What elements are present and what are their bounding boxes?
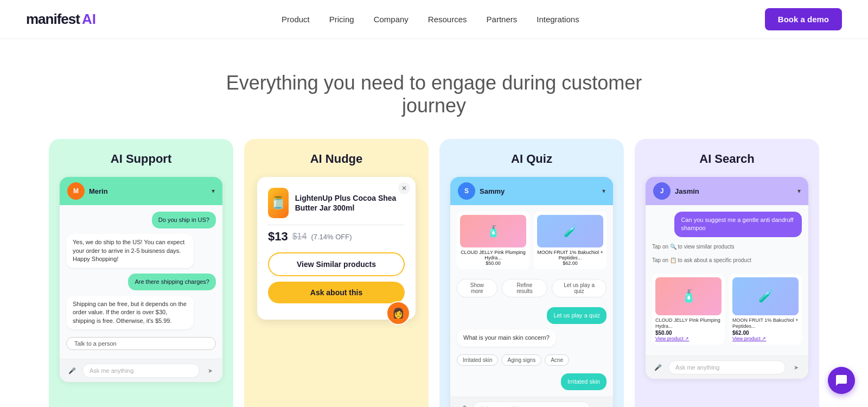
nav-partners[interactable]: Partners (487, 15, 518, 24)
search-chat-header: J Jasmin ▾ (646, 177, 808, 205)
search-user-bubble: Can you suggest me a gentle anti dandruf… (674, 212, 802, 237)
quiz-action-buttons-row: Show more Refine results Let us play a q… (457, 279, 607, 297)
quiz-agent-name: Sammy (480, 187, 602, 195)
nav-company[interactable]: Company (374, 15, 409, 24)
card-quiz-title: AI Quiz (450, 152, 613, 166)
quiz-product-image-1: 🧴 (460, 215, 526, 247)
card-nudge-title: AI Nudge (255, 152, 418, 166)
search-product-card-2: 🧪 MOON FRUIT 1% Bakuchiol + Peptides... … (729, 274, 802, 345)
quiz-product-name-1: CLOUD JELLY Pink Plumping Hydra... (460, 250, 526, 260)
chat-bubble-quiz-trigger: Let us play a quiz (547, 307, 607, 324)
card-search-title: AI Search (646, 152, 808, 166)
search-agent-name: Jasmin (675, 187, 797, 195)
view-similar-products-button[interactable]: View Similar products (268, 252, 405, 276)
chat-fab-icon (835, 374, 848, 387)
nudge-price-old: $14 (292, 232, 307, 241)
quiz-chat-input[interactable]: Ask me anything (473, 402, 590, 407)
chevron-down-icon: ▾ (602, 187, 605, 195)
search-chat-widget: J Jasmin ▾ Can you suggest me a gentle a… (646, 177, 808, 379)
search-tap-info-2: Tap on 📋 to ask about a specific product (652, 256, 802, 264)
support-avatar: M (67, 182, 85, 200)
let-us-play-quiz-button[interactable]: Let us play a quiz (552, 279, 607, 297)
nav-links: Product Pricing Company Resources Partne… (282, 15, 579, 24)
send-icon[interactable]: ➤ (595, 403, 607, 407)
hero-title: Everything you need to engage during cus… (217, 72, 651, 117)
quiz-chat-header: S Sammy ▾ (450, 177, 613, 205)
mic-icon: 🎤 (652, 361, 664, 373)
support-chat-header: M Merin ▾ (60, 177, 222, 205)
quiz-option-acne[interactable]: Acne (545, 354, 569, 366)
search-avatar: J (653, 182, 671, 200)
nudge-product-image: 🫙 (268, 188, 289, 218)
search-chat-body: Can you suggest me a gentle anti dandruf… (646, 205, 808, 355)
card-nudge: AI Nudge ✕ 🫙 LightenUp Plus Cocoa Shea B… (244, 139, 429, 407)
chevron-down-icon: ▾ (797, 187, 801, 195)
quiz-chat-body: 🧴 CLOUD JELLY Pink Plumping Hydra... $50… (450, 205, 613, 397)
quiz-option-irritated[interactable]: Irritated skin (457, 354, 498, 366)
quiz-product-card-1: 🧴 CLOUD JELLY Pink Plumping Hydra... $50… (457, 212, 529, 269)
search-product-name-1: CLOUD JELLY Pink Plumping Hydra... (655, 317, 722, 329)
search-product-price-1: $50.00 (655, 330, 722, 336)
quiz-product-name-2: MOON FRUIT 1% Bakuchiol + Peptides... (537, 250, 603, 260)
feature-cards-row: AI Support M Merin ▾ Do you ship in US? … (0, 139, 868, 407)
chat-bubble-user-2: Are there shipping charges? (128, 274, 216, 290)
nudge-close-button[interactable]: ✕ (398, 182, 410, 194)
nav-pricing[interactable]: Pricing (329, 15, 354, 24)
nudge-product-row: 🫙 LightenUp Plus Cocoa Shea Butter Jar 3… (268, 188, 405, 218)
quiz-product-price-2: $62.00 (537, 260, 603, 266)
send-icon[interactable]: ➤ (790, 361, 802, 373)
logo-manifest-text: manifest (26, 11, 80, 28)
show-more-button[interactable]: Show more (457, 279, 497, 297)
card-quiz: AI Quiz S Sammy ▾ 🧴 CLOUD JELLY Pink Plu… (439, 139, 624, 407)
support-chat-body: Do you ship in US? Yes, we do ship to th… (60, 205, 222, 359)
book-demo-button[interactable]: Book a demo (765, 8, 842, 30)
quiz-product-image-2: 🧪 (537, 215, 603, 247)
search-chat-input[interactable]: Ask me anything (668, 360, 786, 374)
chat-bubble-bot-1: Yes, we do ship to the US! You can expec… (66, 234, 194, 268)
search-tap-info-1: Tap on 🔍 to view similar products (652, 243, 802, 251)
quiz-product-card-2: 🧪 MOON FRUIT 1% Bakuchiol + Peptides... … (534, 212, 607, 269)
search-view-product-link-1[interactable]: View product ↗ (655, 336, 722, 341)
quiz-chat-footer: 🎤 Ask me anything ➤ (450, 397, 613, 407)
refine-results-button[interactable]: Refine results (502, 279, 548, 297)
search-product-name-2: MOON FRUIT 1% Bakuchiol + Peptides... (732, 317, 799, 329)
search-product-image-2: 🧪 (732, 277, 799, 315)
hero-section: Everything you need to engage during cus… (0, 39, 868, 139)
nudge-price-new: $13 (268, 230, 288, 244)
support-agent-name: Merin (89, 187, 212, 195)
nav-product[interactable]: Product (282, 15, 310, 24)
nudge-customer-avatar: 👩 (386, 301, 410, 325)
logo: manifestAI (26, 11, 96, 28)
card-support-title: AI Support (60, 152, 222, 166)
search-product-card-1: 🧴 CLOUD JELLY Pink Plumping Hydra... $50… (652, 274, 725, 345)
chat-bubble-quiz-answer: Irritated skin (561, 373, 607, 390)
chat-bubble-bot-2: Shipping can be free, but it depends on … (66, 296, 194, 329)
search-product-price-2: $62.00 (732, 330, 799, 336)
support-chat-widget: M Merin ▾ Do you ship in US? Yes, we do … (60, 177, 222, 382)
nav-integrations[interactable]: Integrations (537, 15, 579, 24)
chat-bubble-quiz-question: What is your main skin concern? (457, 329, 556, 346)
quiz-option-aging[interactable]: Aging signs (501, 354, 541, 366)
talk-to-person-button[interactable]: Talk to a person (66, 337, 216, 350)
nudge-popup: ✕ 🫙 LightenUp Plus Cocoa Shea Butter Jar… (257, 177, 416, 320)
quiz-products-row: 🧴 CLOUD JELLY Pink Plumping Hydra... $50… (457, 212, 607, 269)
send-icon[interactable]: ➤ (204, 365, 216, 377)
chevron-down-icon: ▾ (212, 187, 215, 195)
card-search: AI Search J Jasmin ▾ Can you suggest me … (635, 139, 819, 407)
search-view-product-link-2[interactable]: View product ↗ (732, 336, 799, 341)
mic-icon: 🎤 (457, 403, 469, 407)
search-products-row: 🧴 CLOUD JELLY Pink Plumping Hydra... $50… (652, 274, 802, 345)
support-chat-input[interactable]: Ask me anything (82, 364, 200, 378)
chat-fab-button[interactable] (828, 367, 855, 394)
search-chat-footer: 🎤 Ask me anything ➤ (646, 355, 808, 379)
quiz-product-price-1: $50.00 (460, 260, 526, 266)
nudge-product-name: LightenUp Plus Cocoa Shea Butter Jar 300… (295, 193, 405, 213)
nudge-discount: (7.14% OFF) (311, 233, 352, 241)
quiz-avatar: S (458, 182, 475, 200)
support-chat-footer: 🎤 Ask me anything ➤ (60, 359, 222, 382)
ask-about-this-button[interactable]: Ask about this (268, 282, 405, 303)
quiz-chat-widget: S Sammy ▾ 🧴 CLOUD JELLY Pink Plumping Hy… (450, 177, 613, 407)
nav-resources[interactable]: Resources (428, 15, 467, 24)
chat-bubble-user-1: Do you ship in US? (152, 212, 216, 228)
card-support: AI Support M Merin ▾ Do you ship in US? … (49, 139, 233, 407)
